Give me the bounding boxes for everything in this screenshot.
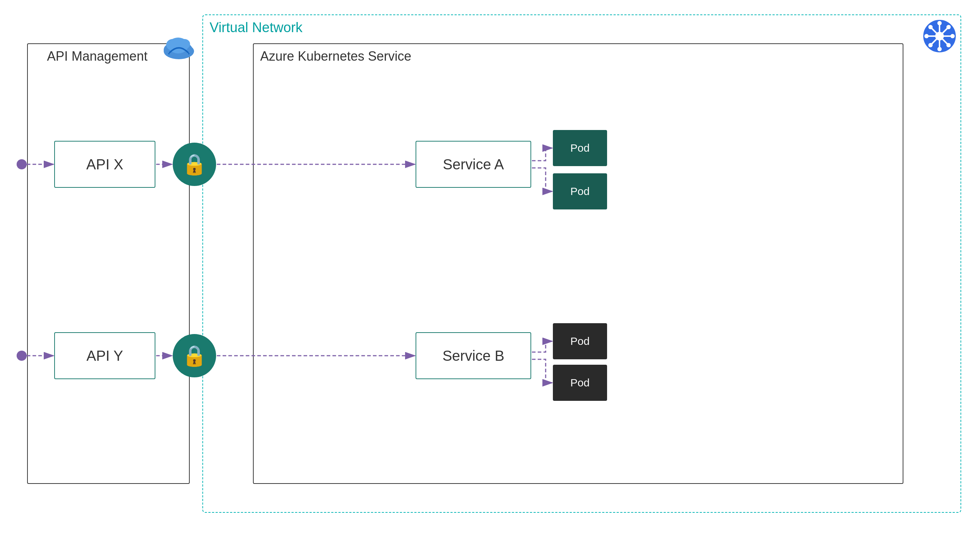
pod-a-2-label: Pod: [570, 185, 589, 198]
k8s-icon: [921, 18, 958, 56]
aks-label: Azure Kubernetes Service: [260, 49, 411, 64]
svg-point-4: [166, 39, 179, 51]
pod-b-2-label: Pod: [570, 377, 589, 389]
svg-point-12: [937, 21, 942, 25]
service-b-label: Service B: [442, 348, 504, 364]
service-a-box: Service A: [415, 141, 531, 188]
pod-b-1: Pod: [553, 323, 607, 359]
svg-point-18: [947, 25, 951, 29]
pod-b-2: Pod: [553, 365, 607, 401]
cloud-icon: [159, 32, 199, 63]
pod-a-1-label: Pod: [570, 142, 589, 154]
api-x-label: API X: [86, 156, 123, 173]
pod-b-1-label: Pod: [570, 335, 589, 347]
svg-point-17: [947, 43, 951, 47]
lock-icon-api-y: 🔒: [182, 344, 207, 368]
api-y-label: API Y: [86, 348, 123, 364]
apim-label: API Management: [47, 49, 148, 64]
svg-point-14: [924, 34, 929, 38]
svg-point-16: [928, 25, 933, 29]
entry-dot-api-y: [17, 351, 27, 361]
virtual-network-label: Virtual Network: [210, 20, 302, 35]
apim-box: [27, 43, 190, 484]
svg-point-15: [950, 34, 955, 38]
lock-circle-api-y: 🔒: [173, 334, 216, 378]
lock-circle-api-x: 🔒: [173, 143, 216, 186]
diagram-container: Virtual Network API Management Azure Kub…: [0, 0, 980, 533]
pod-a-2: Pod: [553, 173, 607, 209]
aks-box: [253, 43, 904, 484]
svg-point-13: [937, 47, 942, 51]
api-x-box: API X: [54, 141, 155, 188]
pod-a-1: Pod: [553, 130, 607, 166]
service-a-label: Service A: [443, 156, 504, 173]
service-b-box: Service B: [415, 332, 531, 379]
lock-icon-api-x: 🔒: [182, 152, 207, 176]
svg-point-19: [928, 43, 933, 47]
api-y-box: API Y: [54, 332, 155, 379]
svg-point-11: [935, 32, 944, 40]
entry-dot-api-x: [17, 159, 27, 169]
